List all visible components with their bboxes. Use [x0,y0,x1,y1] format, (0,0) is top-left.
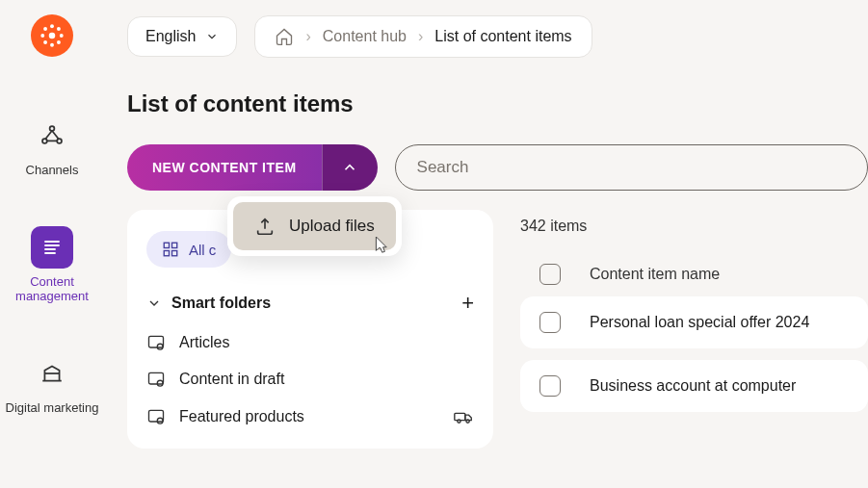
new-content-toggle[interactable] [322,144,378,191]
breadcrumb: › Content hub › List of content items [254,15,592,58]
folder-item[interactable]: Articles [146,333,474,352]
chevron-up-icon [341,159,358,176]
svg-point-9 [50,126,55,131]
row-checkbox[interactable] [539,312,561,333]
svg-rect-16 [149,336,164,347]
breadcrumb-content-hub[interactable]: Content hub [323,28,407,45]
svg-point-6 [57,40,61,44]
folder-gear-icon [146,333,166,352]
svg-rect-18 [149,372,164,384]
row-checkbox[interactable] [539,375,561,397]
new-content-button[interactable]: NEW CONTENT ITEM [127,144,322,191]
row-name: Business account at computer [590,377,796,395]
add-folder-button[interactable]: + [461,291,474,316]
folder-label: Articles [179,334,229,351]
row-name: Personal loan special offer 2024 [590,314,809,331]
svg-point-19 [157,380,163,386]
folder-item[interactable]: Featured products [146,406,474,427]
smart-folders-header[interactable]: Smart folders + [146,291,474,316]
svg-point-7 [43,40,47,44]
folder-gear-icon [146,370,166,389]
truck-icon [453,406,474,427]
svg-point-11 [57,139,62,143]
folder-label: Content in draft [179,371,284,388]
svg-point-0 [49,33,56,39]
select-all-checkbox[interactable] [539,264,561,285]
new-content-split-button: NEW CONTENT ITEM [127,144,378,191]
nav-channels[interactable]: Channels [26,115,79,178]
column-header-name: Content item name [590,266,720,283]
table-row[interactable]: Business account at computer [520,360,868,412]
actionbar: NEW CONTENT ITEM Upload files [127,144,868,191]
svg-point-1 [50,24,54,28]
upload-files-label: Upload files [289,217,375,236]
home-icon[interactable] [275,27,294,46]
table-header: Content item name [520,252,868,296]
svg-rect-14 [164,251,169,256]
sidebar: Channels Content management Digital mark… [0,0,104,488]
grid-icon [162,241,179,258]
digital-marketing-icon [31,352,73,395]
svg-rect-13 [172,243,177,247]
nav-label: Content management [0,274,104,304]
content-list: 342 items Content item name Personal loa… [520,210,868,449]
logo-icon [39,23,65,48]
channels-icon [31,115,73,157]
nav-digital-marketing[interactable]: Digital marketing [6,352,99,416]
chevron-down-icon [205,30,219,43]
svg-rect-20 [149,410,164,422]
svg-point-3 [40,34,44,38]
topbar: English › Content hub › List of content … [127,15,868,58]
chevron-down-icon [146,295,162,311]
pill-label: All c [189,242,216,258]
breadcrumb-separator: › [418,28,423,45]
upload-icon [254,216,276,237]
table-row[interactable]: Personal loan special offer 2024 [520,296,868,348]
svg-point-5 [43,27,47,31]
cursor-icon [371,235,388,256]
svg-rect-15 [172,251,177,256]
nav-content-management[interactable]: Content management [0,226,104,304]
language-label: English [145,28,196,45]
language-selector[interactable]: English [127,16,237,57]
svg-point-8 [57,27,61,31]
svg-point-2 [50,43,54,47]
svg-point-17 [157,344,163,349]
folder-list: Articles Content in draft Featured produ… [146,333,474,427]
svg-point-4 [60,34,64,38]
nav-label: Channels [26,163,79,178]
svg-point-24 [466,420,469,423]
nav-label: Digital marketing [6,400,99,416]
folder-item[interactable]: Content in draft [146,370,474,389]
folder-label: Featured products [179,408,304,425]
breadcrumb-current: List of content items [434,28,571,45]
all-content-pill[interactable]: All c [146,231,231,268]
folder-gear-icon [146,407,166,426]
svg-point-23 [458,420,460,423]
item-count: 342 items [520,218,868,235]
upload-files-item[interactable]: Upload files [233,202,396,250]
search-input[interactable] [395,144,868,191]
content-management-icon [31,226,73,269]
svg-rect-12 [164,243,169,247]
app-logo[interactable] [31,14,73,57]
svg-point-10 [42,139,47,143]
svg-point-21 [157,418,163,424]
breadcrumb-separator: › [305,28,310,45]
new-content-dropdown: Upload files [227,196,402,256]
smart-folders-label: Smart folders [171,295,271,312]
page-title: List of content items [127,90,868,117]
